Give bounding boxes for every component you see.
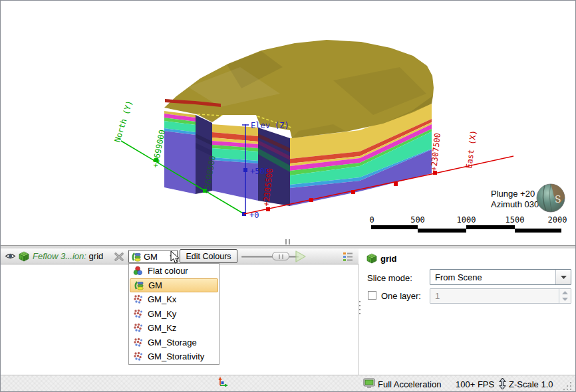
scatter-icon: [133, 351, 143, 361]
shape-list-panel: Feflow 3...ion: grid GM: [1, 248, 359, 375]
item-name: Feflow 3...ion: [33, 251, 84, 261]
colour-mode-value: GM: [144, 252, 158, 262]
gm-layers-icon: [134, 280, 144, 290]
edit-colours-button[interactable]: Edit Colours: [180, 249, 237, 263]
scatter-icon: [133, 338, 143, 347]
gm-layers-icon: [131, 252, 141, 262]
grid-cube-icon: [366, 252, 378, 264]
slice-mode-value: From Scene: [435, 272, 482, 282]
east-tick-mark: [394, 182, 398, 186]
svg-text:2000: 2000: [548, 215, 567, 225]
elev-tick-mark: [243, 168, 247, 172]
one-layer-spinbox[interactable]: 1: [430, 288, 571, 304]
east-tick-mark: [266, 207, 270, 211]
one-layer-checkbox[interactable]: [368, 291, 376, 300]
grid-cube-icon: [18, 250, 30, 262]
properties-title: grid: [380, 254, 397, 264]
item-target: grid: [89, 251, 104, 261]
dropdown-item-gm-kz[interactable]: GM_Kz: [129, 321, 219, 336]
remove-from-scene-icon[interactable]: [114, 252, 124, 262]
colour-mode-dropdown: Flat colour GM GM_Kx: [128, 263, 219, 365]
mouse-cursor: [170, 250, 181, 265]
z-scale-status[interactable]: Z-Scale 1.0: [509, 379, 553, 389]
ball-south-label: S: [555, 194, 561, 205]
status-bar: Full Acceleration 100+ FPS Z-Scale 1.0: [1, 375, 576, 392]
scatter-icon: [133, 323, 143, 333]
opacity-slider-handle[interactable]: [272, 252, 289, 260]
dropdown-item-gm-kx[interactable]: GM_Kx: [129, 292, 219, 307]
geological-model: North (Y) +5699000 +5698500 Elev (Z) +50…: [1, 1, 575, 245]
opacity-slider-track[interactable]: [241, 256, 299, 258]
model-middle-block-face: [212, 124, 258, 201]
orientation-ball[interactable]: S: [537, 184, 565, 212]
svg-text:0: 0: [369, 215, 374, 225]
svg-text:1000: 1000: [457, 215, 476, 225]
scatter-icon: [133, 294, 143, 304]
model-left-block-face: [164, 111, 196, 194]
dropdown-item-gm-ky[interactable]: GM_Ky: [129, 307, 219, 322]
play-animation-icon[interactable]: [294, 250, 307, 262]
flat-colour-icon: [133, 266, 143, 276]
slice-mode-combobox[interactable]: From Scene: [430, 269, 571, 285]
graphics-acceleration-icon: [363, 378, 375, 389]
spin-up-icon[interactable]: [562, 291, 568, 294]
dropdown-item-gm-storativity[interactable]: GM_Storativity: [129, 349, 219, 364]
east-axis-label: East (X): [464, 130, 478, 169]
scatter-icon: [133, 309, 143, 319]
north-axis-label: North (Y): [112, 100, 134, 144]
one-layer-value: 1: [435, 291, 440, 301]
chevron-down-icon: [561, 276, 567, 280]
one-layer-label: One layer:: [381, 291, 421, 301]
shape-list-item-title: Feflow 3...ion: grid: [33, 251, 103, 261]
axes-orientation-icon: [217, 377, 228, 387]
visibility-eye-icon[interactable]: [5, 252, 16, 260]
east-tick-mark: [309, 198, 313, 202]
svg-text:1500: 1500: [505, 215, 525, 225]
scene-viewport[interactable]: North (Y) +5699000 +5698500 Elev (Z) +50…: [1, 1, 575, 245]
application-window: North (Y) +5699000 +5698500 Elev (Z) +50…: [0, 0, 576, 392]
dropdown-item-flat-colour[interactable]: Flat colour: [129, 264, 219, 278]
east-tick-mark: [351, 190, 355, 194]
slice-mode-label: Slice mode:: [367, 273, 412, 283]
elev-axis-label: Elev (Z): [251, 121, 289, 130]
splitter-grip[interactable]: [285, 239, 287, 245]
splitter-grip[interactable]: [289, 239, 290, 245]
acceleration-status[interactable]: Full Acceleration: [378, 379, 441, 389]
dropdown-item-gm[interactable]: GM: [130, 278, 218, 293]
svg-text:500: 500: [410, 215, 425, 225]
legend-list-icon[interactable]: [343, 252, 353, 261]
fps-counter: 100+ FPS: [456, 379, 494, 389]
orientation-readout: Plunge +20 Azimuth 030: [491, 189, 539, 209]
properties-panel: grid Slice mode: From Scene One layer: 1: [361, 248, 576, 375]
scale-bar: 0 500 1000 1500 2000: [369, 215, 567, 233]
dropdown-item-gm-storage[interactable]: GM_Storage: [129, 336, 219, 350]
spin-down-icon[interactable]: [562, 298, 568, 301]
azimuth-label: Azimuth 030: [491, 199, 539, 209]
plunge-label: Plunge +20: [491, 189, 535, 199]
z-scale-icon: [499, 378, 506, 389]
